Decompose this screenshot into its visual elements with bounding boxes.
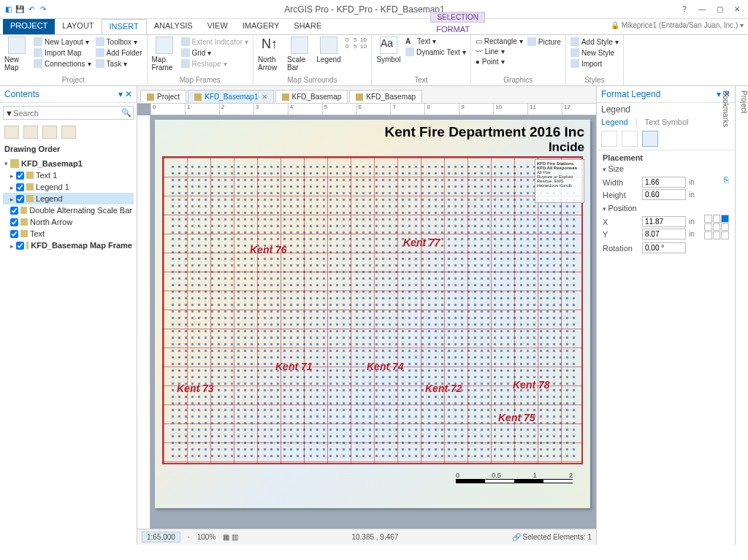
north-arrow-button[interactable]: N↑North Arrow (258, 37, 283, 72)
district-label: Kent 71 (275, 361, 313, 372)
tab-share[interactable]: SHARE (286, 19, 329, 34)
list-by-drawing-icon[interactable] (4, 126, 19, 139)
new-layout-button[interactable]: New Layout ▾ (34, 37, 91, 47)
contextual-group: SELECTION (430, 12, 485, 23)
toc-item[interactable]: Text 1 (3, 169, 134, 181)
layout-page[interactable]: Kent Fire Department 2016 Inc Incide KFD… (155, 120, 590, 508)
toc-item[interactable]: Legend (3, 193, 134, 204)
format-icon-placement[interactable] (642, 131, 658, 147)
add-style-button[interactable]: Add Style ▾ (570, 37, 619, 47)
toolbox-button[interactable]: Toolbox ▾ (96, 37, 142, 47)
save-icon[interactable]: 💾 (15, 4, 25, 15)
y-field[interactable] (642, 229, 686, 239)
search-input[interactable] (13, 109, 121, 118)
district-label: Kent 76 (250, 244, 287, 256)
toc-item[interactable]: North Arrow (3, 216, 134, 228)
close-icon[interactable]: ✕ (730, 5, 744, 13)
format-tab-text-symbol[interactable]: Text Symbol (645, 118, 689, 126)
grid-button[interactable]: Grid ▾ (181, 47, 248, 58)
view-tab[interactable]: Project (140, 90, 186, 103)
text-button[interactable]: A Text ▾ (405, 37, 466, 46)
picture-button[interactable]: Picture (527, 37, 561, 47)
view-tab[interactable]: KFD_Basemap1 ✕ (188, 90, 273, 103)
district-label: Kent 78 (513, 379, 550, 391)
connections-button[interactable]: Connections ▾ (34, 58, 91, 69)
extent-indicator-button[interactable]: Extent Indicator ▾ (181, 37, 248, 47)
import-style-button[interactable]: Import (570, 58, 619, 69)
status-selection: 🔗 Selected Elements: 1 (512, 533, 592, 541)
redo-icon[interactable]: ↷ (38, 4, 48, 15)
minimize-icon[interactable]: — (695, 5, 709, 13)
pane-menu-icon[interactable]: ▾ ✕ (118, 89, 132, 99)
import-map-button[interactable]: Import Map (34, 47, 91, 58)
user-label: Mikeprice1 (Entrada/San Juan, Inc.) (622, 21, 739, 29)
toc-item[interactable]: Double Alternating Scale Bar (3, 204, 134, 216)
line-button[interactable]: 〰 Line ▾ (476, 47, 523, 56)
list-by-source-icon[interactable] (23, 126, 38, 139)
help-icon[interactable]: ? (678, 5, 691, 13)
vertical-ruler (137, 115, 150, 529)
district-label: Kent 73 (177, 383, 214, 394)
tab-format[interactable]: FORMAT (430, 23, 485, 36)
format-title: Format Legend (601, 89, 660, 99)
status-scale[interactable]: 1:65,000 (142, 532, 180, 542)
tab-insert[interactable]: INSERT (102, 19, 147, 34)
map-legend[interactable]: KFD Fire Stations KFD All Responses All … (535, 159, 584, 203)
lock-icon: 🔒 (611, 21, 619, 29)
map-frame-button[interactable]: Map Frame (152, 37, 177, 72)
window-title: ArcGIS Pro - KFD_Pro - KFD_Basemap1 (51, 4, 678, 15)
dynamic-text-button[interactable]: Dynamic Text ▾ (405, 47, 466, 57)
contents-title: Contents (4, 89, 39, 99)
format-subtitle: Legend (597, 103, 735, 116)
task-button[interactable]: Task ▾ (96, 58, 142, 69)
tab-close-icon[interactable]: ✕ (262, 93, 267, 101)
toc-item[interactable]: Legend 1 (3, 181, 134, 193)
district-label: Kent 75 (498, 412, 535, 423)
maximize-icon[interactable]: ▢ (713, 5, 726, 13)
rectangle-button[interactable]: ▭ Rectangle ▾ (476, 37, 523, 46)
toc-item[interactable]: Text (3, 228, 134, 239)
side-tab-bookmarks[interactable]: Bookmarks (722, 91, 730, 545)
tab-layout[interactable]: LAYOUT (55, 19, 101, 34)
format-tab-legend[interactable]: Legend (601, 118, 628, 126)
tab-project[interactable]: PROJECT (3, 19, 55, 34)
list-by-selection-icon[interactable] (42, 126, 57, 139)
tab-imagery[interactable]: IMAGERY (235, 19, 287, 34)
rotation-field[interactable] (642, 242, 686, 253)
filter-icon[interactable]: ▼ (5, 109, 13, 118)
district-label: Kent 77 (403, 237, 440, 248)
district-label: Kent 74 (367, 361, 404, 372)
reshape-button[interactable]: Reshape ▾ (181, 58, 248, 69)
map-title[interactable]: Kent Fire Department 2016 Inc Incide (385, 124, 584, 155)
scale-bar-button[interactable]: Scale Bar (287, 37, 312, 72)
position-header[interactable]: Position (603, 202, 729, 215)
point-button[interactable]: ● Point ▾ (476, 57, 523, 66)
placement-header: Placement (603, 153, 729, 162)
symbol-button[interactable]: AaSymbol (376, 37, 401, 64)
tab-analysis[interactable]: ANALYSIS (147, 19, 200, 34)
new-map-button[interactable]: New Map (4, 37, 29, 72)
format-icon-1[interactable] (601, 131, 617, 147)
district-label: Kent 72 (425, 383, 462, 394)
status-zoom[interactable]: 100% (197, 533, 216, 541)
format-icon-2[interactable] (622, 131, 638, 147)
toc-section: Drawing Order (0, 142, 137, 156)
side-tab-project[interactable]: Project (740, 91, 748, 545)
toc-item[interactable]: KFD_Basemap Map Frame (3, 239, 134, 251)
status-coords: 10.385 , 9.467 (351, 533, 398, 541)
view-tab[interactable]: KFD_Basemap (349, 90, 422, 103)
add-folder-button[interactable]: Add Folder (96, 47, 142, 58)
width-field[interactable] (642, 177, 686, 188)
scale-bar[interactable]: 00.512 (456, 472, 573, 489)
height-field[interactable] (642, 189, 686, 200)
legend-button[interactable]: Legend (316, 37, 341, 64)
new-style-button[interactable]: New Style (570, 47, 619, 58)
view-tab[interactable]: KFD_Basemap (275, 90, 348, 103)
toc-root[interactable]: KFD_Basemap1 (3, 158, 134, 169)
search-icon[interactable]: 🔍 (121, 108, 131, 118)
list-by-element-icon[interactable] (61, 126, 76, 139)
size-header[interactable]: Size (603, 162, 729, 175)
x-field[interactable] (642, 216, 686, 227)
undo-icon[interactable]: ↶ (26, 4, 37, 15)
tab-view[interactable]: VIEW (200, 19, 235, 34)
